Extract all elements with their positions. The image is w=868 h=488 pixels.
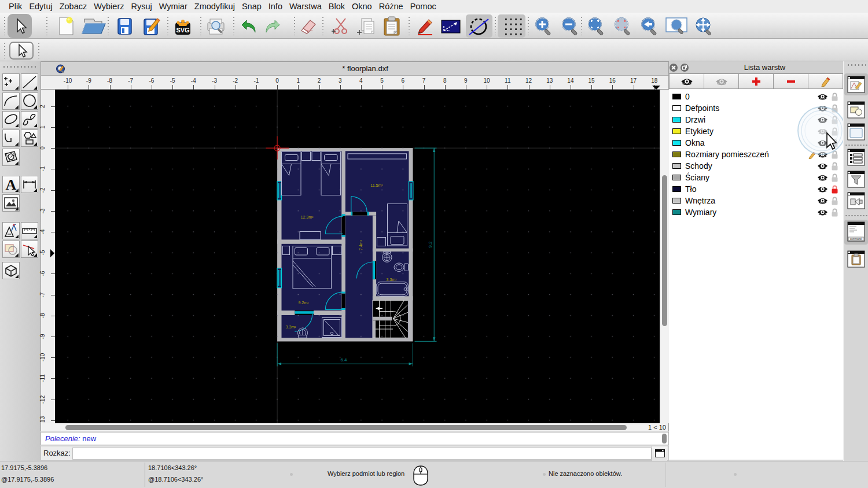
svg-text:6.4: 6.4 [340,357,347,363]
svg-text:command: command [850,238,862,241]
svg-text:3.3m²: 3.3m² [286,325,297,329]
svg-text:11.5m²: 11.5m² [370,183,383,187]
svg-text:A: A [6,176,17,193]
svg-text:7.4m²: 7.4m² [359,239,363,250]
svg-text:3.3m²: 3.3m² [387,278,398,282]
svg-text:9.2m²: 9.2m² [299,301,310,305]
svg-text:12.3m²: 12.3m² [301,215,314,219]
svg-text:9.2: 9.2 [428,241,433,248]
svg-text:SVG: SVG [176,27,189,34]
